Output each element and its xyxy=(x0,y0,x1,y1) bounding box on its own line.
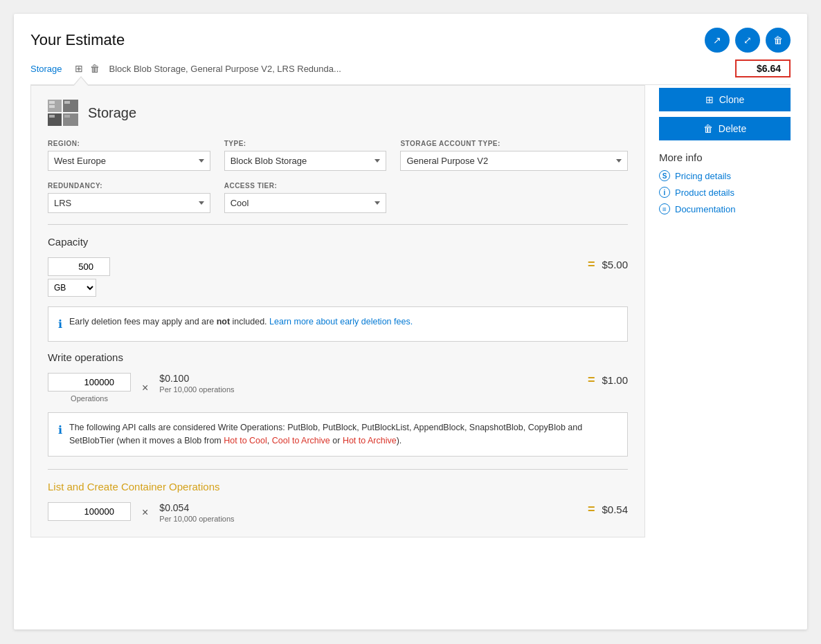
list-create-title: List and Create Container Operations xyxy=(48,481,628,493)
storage-bar: Storage ⊞ 🗑 Block Blob Storage, General … xyxy=(30,59,791,85)
access-tier-label: ACCESS TIER: xyxy=(224,182,387,190)
write-ops-row: Operations × $0.100 Per 10,000 operation… xyxy=(48,373,628,403)
info-not: not xyxy=(217,317,230,326)
page-wrapper: Your Estimate ↗ ⤢ 🗑 Storage ⊞ 🗑 Block Bl… xyxy=(14,14,807,629)
capacity-unit-select[interactable]: GB TB xyxy=(48,279,96,297)
write-ops-info-box: ℹ The following API calls are considered… xyxy=(48,412,628,457)
svg-rect-6 xyxy=(64,101,70,104)
redundancy-select[interactable]: LRS GRS ZRS RA-GRS xyxy=(48,193,210,213)
per-unit-price: $0.100 xyxy=(159,373,234,384)
type-group: TYPE: Block Blob Storage Azure Files Tab… xyxy=(224,140,387,171)
delete-all-button[interactable]: 🗑 xyxy=(766,28,791,53)
product-details-icon: i xyxy=(659,187,670,198)
expand-button[interactable]: ↗ xyxy=(705,28,730,53)
capacity-info-text: Early deletion fees may apply and are no… xyxy=(69,315,413,329)
product-details-label: Product details xyxy=(675,187,734,198)
header-row: Your Estimate ↗ ⤢ 🗑 xyxy=(30,28,791,53)
header-icons: ↗ ⤢ 🗑 xyxy=(705,28,791,53)
form-row-2: REDUNDANCY: LRS GRS ZRS RA-GRS ACCESS TI… xyxy=(48,182,628,213)
list-create-price: $0.54 xyxy=(602,504,628,515)
hot-to-cool: Hot to Cool xyxy=(224,436,267,445)
type-select[interactable]: Block Blob Storage Azure Files Table Sto… xyxy=(224,151,387,171)
access-tier-group: ACCESS TIER: Cool Hot Archive xyxy=(224,182,387,213)
sidebar: ⊞ Clone 🗑 Delete More info S Pricing det… xyxy=(659,85,791,537)
per-unit-label: Per 10,000 operations xyxy=(159,385,234,394)
clone-button[interactable]: ⊞ Clone xyxy=(659,88,791,111)
product-details-link[interactable]: i Product details xyxy=(659,187,791,198)
capacity-price: $5.00 xyxy=(602,259,628,270)
list-create-input-group xyxy=(48,502,131,521)
early-deletion-link[interactable]: Learn more about early deletion fees. xyxy=(269,317,413,326)
storage-card-header: Storage xyxy=(48,100,628,126)
capacity-price-result: = $5.00 xyxy=(588,257,628,272)
write-ops-title: Write operations xyxy=(48,351,628,363)
info-circle-icon: ℹ xyxy=(58,316,62,333)
storage-card-title: Storage xyxy=(88,105,136,121)
main-layout: Storage REGION: West Europe East US West… xyxy=(30,85,791,537)
svg-rect-5 xyxy=(49,105,55,108)
storage-link[interactable]: Storage xyxy=(30,64,62,74)
access-tier-select[interactable]: Cool Hot Archive xyxy=(224,193,387,213)
form-row-1: REGION: West Europe East US West US Nort… xyxy=(48,140,628,171)
write-ops-section: Write operations Operations × $0.100 Per… xyxy=(48,351,628,457)
documentation-link[interactable]: ≡ Documentation xyxy=(659,203,791,214)
copy-bar-button[interactable]: ⊞ xyxy=(73,63,84,74)
storage-account-type-select[interactable]: General Purpose V2 General Purpose V1 xyxy=(400,151,628,171)
collapse-button[interactable]: ⤢ xyxy=(735,28,760,53)
capacity-row: GB TB = $5.00 xyxy=(48,257,628,297)
list-create-per-price: $0.054 xyxy=(159,502,234,513)
ops-label: Operations xyxy=(48,394,131,403)
list-create-row: × $0.054 Per 10,000 operations = $0.54 xyxy=(48,502,628,523)
write-ops-equals: = xyxy=(588,373,595,387)
storage-price-badge: $6.64 xyxy=(735,59,791,77)
capacity-info-box: ℹ Early deletion fees may apply and are … xyxy=(48,306,628,342)
storage-bar-icons: ⊞ 🗑 xyxy=(73,63,101,74)
info-circle-icon-2: ℹ xyxy=(58,422,62,439)
redundancy-label: REDUNDANCY: xyxy=(48,182,210,190)
write-ops-input[interactable] xyxy=(48,373,131,392)
documentation-icon: ≡ xyxy=(659,203,670,214)
capacity-input-group: GB TB xyxy=(48,257,110,297)
list-create-per-unit-group: $0.054 Per 10,000 operations xyxy=(159,502,234,523)
write-ops-price: $1.00 xyxy=(602,374,628,386)
more-info-title: More info xyxy=(659,151,791,163)
documentation-label: Documentation xyxy=(675,204,735,214)
capacity-title: Capacity xyxy=(48,236,628,248)
delete-bar-button[interactable]: 🗑 xyxy=(89,63,101,74)
clone-label: Clone xyxy=(719,94,745,105)
collapse-icon: ⤢ xyxy=(743,35,752,46)
storage-bar-description: Block Blob Storage, General Purpose V2, … xyxy=(109,64,730,74)
ops-input-group: Operations xyxy=(48,373,131,403)
list-create-input[interactable] xyxy=(48,502,131,521)
capacity-input[interactable] xyxy=(48,257,110,276)
write-ops-multiply: × xyxy=(142,382,148,394)
svg-rect-7 xyxy=(49,115,55,118)
storage-account-type-group: STORAGE ACCOUNT TYPE: General Purpose V2… xyxy=(400,140,628,171)
capacity-section: Capacity GB TB = $5.00 xyxy=(48,236,628,342)
info-text-2: included. xyxy=(230,317,269,326)
region-label: REGION: xyxy=(48,140,210,147)
storage-card-icon xyxy=(48,100,78,126)
svg-rect-8 xyxy=(64,115,70,118)
write-ops-price-result: = $1.00 xyxy=(588,373,628,387)
redundancy-group: REDUNDANCY: LRS GRS ZRS RA-GRS xyxy=(48,182,210,213)
list-create-equals: = xyxy=(588,502,595,517)
write-ops-info-text: The following API calls are considered W… xyxy=(69,421,617,448)
expand-icon: ↗ xyxy=(713,35,721,46)
pricing-details-label: Pricing details xyxy=(675,171,731,181)
list-create-per-label: Per 10,000 operations xyxy=(159,515,234,523)
delete-label: Delete xyxy=(719,123,746,134)
per-unit-group: $0.100 Per 10,000 operations xyxy=(159,373,234,394)
pricing-details-icon: S xyxy=(659,170,670,181)
list-create-section: List and Create Container Operations × $… xyxy=(48,481,628,523)
type-label: TYPE: xyxy=(224,140,387,147)
svg-rect-4 xyxy=(49,101,55,104)
divider-2 xyxy=(48,469,628,470)
divider-1 xyxy=(48,224,628,225)
cool-to-archive: Cool to Archive xyxy=(272,436,330,445)
delete-button[interactable]: 🗑 Delete xyxy=(659,117,791,140)
pricing-details-link[interactable]: S Pricing details xyxy=(659,170,791,181)
main-content: Storage REGION: West Europe East US West… xyxy=(30,85,645,537)
region-select[interactable]: West Europe East US West US North Europe xyxy=(48,151,210,171)
capacity-equals: = xyxy=(588,257,595,272)
